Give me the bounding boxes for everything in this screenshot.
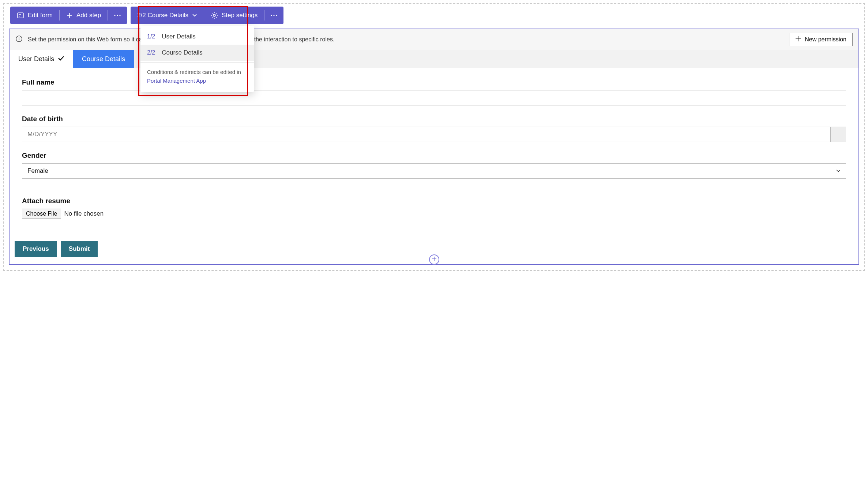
choose-file-button[interactable]: Choose File (22, 209, 61, 219)
svg-point-8 (213, 14, 215, 16)
dropdown-footer: Conditions & redirects can be edited in … (140, 62, 254, 92)
field-label: Date of birth (22, 115, 846, 123)
ellipsis-icon (270, 14, 278, 16)
svg-point-9 (271, 15, 272, 16)
new-permission-label: New permission (805, 36, 846, 43)
form-panel: Set the permission on this Web form so i… (9, 29, 859, 265)
dropdown-item-user-details[interactable]: 1/2 User Details (140, 29, 254, 45)
gear-icon (211, 12, 218, 19)
portal-management-app-link[interactable]: Portal Management App (147, 78, 206, 84)
step-label: Course Details (162, 49, 203, 56)
ellipsis-icon (114, 14, 121, 16)
full-name-input[interactable] (22, 90, 846, 105)
checkmark-icon (58, 55, 64, 63)
gender-value: Female (27, 167, 48, 175)
plus-icon (432, 256, 437, 263)
tab-label: User Details (18, 55, 54, 63)
toolbar-edit: Edit form Add step (10, 7, 127, 24)
svg-point-7 (120, 15, 121, 16)
step-number: 2/2 (147, 49, 155, 56)
new-permission-button[interactable]: New permission (789, 33, 853, 46)
file-status-text: No file chosen (64, 210, 104, 217)
svg-point-14 (19, 37, 19, 38)
plus-icon (66, 12, 73, 19)
gender-select[interactable]: Female (22, 163, 846, 179)
field-label: Attach resume (22, 197, 846, 205)
form-tabs: User Details Course Details (10, 50, 858, 68)
info-icon (15, 35, 23, 44)
dropdown-item-course-details[interactable]: 2/2 Course Details (140, 45, 254, 61)
svg-point-11 (276, 15, 277, 16)
dropdown-footer-text: Conditions & redirects can be edited in (147, 69, 241, 75)
add-component-button[interactable] (429, 254, 439, 265)
field-date-of-birth: Date of birth (22, 115, 846, 142)
field-attach-resume: Attach resume Choose File No file chosen (22, 197, 846, 219)
submit-button[interactable]: Submit (61, 241, 98, 257)
field-gender: Gender Female (22, 152, 846, 179)
edit-form-button[interactable]: Edit form (10, 7, 59, 24)
previous-button[interactable]: Previous (15, 241, 57, 257)
form-icon (17, 12, 24, 19)
svg-point-5 (114, 15, 116, 16)
svg-point-10 (274, 15, 275, 16)
toolbar-step: 2/2 Course Details Step settings (131, 7, 283, 24)
more-options-button[interactable] (108, 7, 127, 24)
form-body: Full name Date of birth Gender Female (10, 68, 858, 264)
chevron-down-icon (192, 14, 197, 17)
svg-rect-0 (18, 13, 23, 18)
field-label: Gender (22, 152, 846, 160)
date-of-birth-input[interactable] (22, 127, 831, 142)
step-settings-label: Step settings (222, 12, 258, 19)
edit-form-label: Edit form (28, 12, 53, 19)
svg-point-6 (117, 15, 118, 16)
step-settings-button[interactable]: Step settings (204, 7, 264, 24)
date-picker-button[interactable] (831, 127, 846, 142)
toolbars-row: Edit form Add step 2/2 Course Details (10, 7, 859, 24)
step-number: 1/2 (147, 33, 155, 40)
plus-icon (795, 36, 801, 43)
add-step-label: Add step (76, 12, 101, 19)
more-step-options-button[interactable] (264, 7, 283, 24)
tab-label: Course Details (82, 55, 125, 63)
step-label: User Details (162, 33, 196, 40)
add-step-button[interactable]: Add step (60, 7, 108, 24)
tab-user-details[interactable]: User Details (10, 50, 73, 68)
tab-course-details[interactable]: Course Details (73, 50, 134, 68)
form-actions: Previous Submit (15, 241, 846, 257)
step-selector-button[interactable]: 2/2 Course Details (131, 7, 204, 24)
permission-notice-bar: Set the permission on this Web form so i… (10, 29, 858, 50)
step-selector-dropdown: 1/2 User Details 2/2 Course Details Cond… (140, 26, 254, 92)
step-selector-label: 2/2 Course Details (137, 12, 188, 19)
design-canvas: Edit form Add step 2/2 Course Details (3, 3, 865, 271)
